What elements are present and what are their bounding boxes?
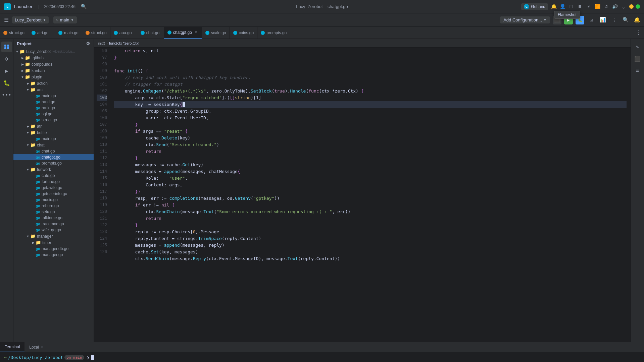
tabs-more-button[interactable]: ⋮ bbox=[633, 29, 644, 36]
tab-coins-go[interactable]: coins.go bbox=[230, 27, 258, 39]
tree-manager-db-go[interactable]: go manager.db.go bbox=[13, 246, 94, 252]
tree-cute-go[interactable]: go cute.go bbox=[13, 173, 94, 179]
tab-aua-go[interactable]: aua.go bbox=[110, 27, 137, 39]
tree-setu-go[interactable]: go setu.go bbox=[13, 209, 94, 215]
tree-getawife-go[interactable]: go getawife.go bbox=[13, 185, 94, 191]
tree-reborn-go[interactable]: go reborn.go bbox=[13, 203, 94, 209]
right-list-icon[interactable]: ≡ bbox=[632, 66, 643, 76]
tree-root[interactable]: ▼ 📁 Lucy_Zerobot ~/Desktop/Lu... bbox=[13, 48, 94, 55]
code-line-104: key := sessionKey{ bbox=[114, 101, 627, 108]
speaker-icon[interactable]: 🔊 bbox=[612, 4, 618, 10]
tree-wife-qq-go[interactable]: go wife_qq.go bbox=[13, 227, 94, 233]
search-top-icon[interactable]: 🔍 bbox=[81, 4, 87, 10]
tree-funwork[interactable]: ▼ 📁 funwork bbox=[13, 166, 94, 173]
code-line-118: resp, err := completions(messages, os.Ge… bbox=[114, 195, 627, 202]
breadcrumb-initfn[interactable]: init() bbox=[98, 41, 105, 45]
grid-icon[interactable]: ⊞ bbox=[577, 4, 583, 10]
minimize-button[interactable] bbox=[629, 4, 634, 9]
tab-chat-go[interactable]: chat.go bbox=[137, 27, 164, 39]
tree-atri-label: atri bbox=[37, 124, 43, 129]
code-container[interactable]: 96979899100 101102103104105 106107108109… bbox=[94, 48, 631, 342]
local-tab[interactable]: Local × bbox=[24, 342, 48, 352]
tree-bottle-main-go[interactable]: go main.go bbox=[13, 136, 94, 142]
wifi-icon[interactable]: 📶 bbox=[594, 4, 600, 10]
branch-selector[interactable]: ⑂ main ▼ bbox=[53, 16, 77, 23]
root-path: ~/Desktop/Lu... bbox=[52, 50, 75, 53]
sidebar-more-icon[interactable]: ••• bbox=[1, 90, 12, 101]
tree-getuserinfo-go[interactable]: go getuserinfo.go bbox=[13, 191, 94, 197]
tree-rand-go[interactable]: go rand.go bbox=[13, 99, 94, 105]
tree-talktome-go[interactable]: go talktome.go bbox=[13, 215, 94, 221]
sidebar-icons: ▶ 🐛 ••• bbox=[0, 39, 13, 342]
project-selector[interactable]: Lucy_Zerobot ▼ bbox=[12, 16, 49, 23]
file-tree-settings[interactable]: ⚙ bbox=[86, 41, 90, 46]
tree-managergo-label: manager.go bbox=[42, 252, 63, 257]
tree-main-go[interactable]: go main.go bbox=[13, 93, 94, 99]
local-tab-close[interactable]: × bbox=[41, 345, 43, 349]
sidebar-project-icon[interactable] bbox=[1, 42, 12, 52]
sidebar-debug-icon[interactable]: 🐛 bbox=[1, 78, 12, 88]
tab-close-chatgpt[interactable]: × bbox=[194, 30, 198, 35]
tree-manager[interactable]: ▼ 📁 manager bbox=[13, 233, 94, 239]
tab-scale-go[interactable]: scale.go bbox=[202, 27, 230, 39]
tree-struct-go[interactable]: go struct.go bbox=[13, 117, 94, 123]
tree-chat-go[interactable]: go chat.go bbox=[13, 148, 94, 154]
right-block-icon[interactable]: ⬛ bbox=[632, 54, 643, 64]
file-tree-header: Project ⚙ bbox=[13, 39, 94, 48]
breadcrumb-func[interactable]: func(ctx *zero.Ctx) bbox=[109, 41, 139, 45]
terminal-cursor bbox=[91, 355, 94, 360]
terminal-tab-label: Terminal bbox=[5, 345, 20, 349]
sidebar-commit-icon[interactable] bbox=[1, 54, 12, 64]
coverage-button[interactable]: ☑ bbox=[587, 16, 596, 24]
bell-icon[interactable]: 🔔 bbox=[551, 4, 557, 10]
compounds-folder-icon: 📁 bbox=[25, 62, 30, 67]
tree-timer[interactable]: ▶ 📁 timer bbox=[13, 239, 94, 246]
branch-name: main bbox=[60, 17, 69, 22]
code-line-105: group: ctx.Event.GroupID, bbox=[114, 108, 627, 115]
tree-action[interactable]: ▶ 📁 action bbox=[13, 80, 94, 86]
tree-arc[interactable]: ▼ 📁 arc bbox=[13, 86, 94, 93]
code-content[interactable]: return v, nil } func init() { // easy an… bbox=[110, 48, 631, 342]
tab-chatgpt-go[interactable]: chatgpt.go × bbox=[164, 27, 202, 39]
bluetooth-icon[interactable]: ⚡ bbox=[586, 4, 592, 10]
tree-atri[interactable]: ▶ 📁 atri bbox=[13, 123, 94, 129]
notifications[interactable]: 🔔 bbox=[633, 16, 641, 24]
tab-struct-go-2[interactable]: struct.go bbox=[82, 27, 110, 39]
hamburger-menu[interactable]: ☰ bbox=[3, 15, 10, 25]
tree-music-go[interactable]: go music.go bbox=[13, 197, 94, 203]
tree-bottle[interactable]: ▼ 📁 bottle bbox=[13, 129, 94, 136]
terminal-content[interactable]: ~ /Desktop/Lucy_Zerobot on main ❯ bbox=[0, 352, 644, 362]
right-pencil-icon[interactable]: ✎ bbox=[632, 42, 643, 52]
tab-prompts-go[interactable]: prompts.go bbox=[257, 27, 290, 39]
run-config-selector[interactable]: Add Configuration... ▼ bbox=[500, 16, 550, 23]
tree-chat[interactable]: ▼ 📁 chat bbox=[13, 142, 94, 148]
tree-kanban[interactable]: ▶ 📁 kanban bbox=[13, 67, 94, 74]
tree-fortune-go[interactable]: go fortune.go bbox=[13, 179, 94, 185]
more-run-options[interactable]: ⋮ bbox=[610, 16, 618, 24]
manager-arrow: ▼ bbox=[26, 235, 30, 238]
maximize-button[interactable] bbox=[636, 4, 640, 9]
display-icon[interactable]: 🖥 bbox=[603, 4, 609, 10]
sqlgo-icon: go bbox=[36, 112, 40, 116]
tab-struct-go-1[interactable]: struct.go bbox=[0, 27, 28, 39]
tree-sql-go[interactable]: go sql.go bbox=[13, 111, 94, 117]
tree-prompts-go[interactable]: go prompts.go bbox=[13, 160, 94, 166]
tab-icon-scale bbox=[205, 31, 209, 35]
tree-chatgpt-go[interactable]: go chatgpt.go bbox=[13, 154, 94, 160]
tree-github[interactable]: ▶ 📁 .github bbox=[13, 55, 94, 61]
sidebar-run-icon[interactable]: ▶ bbox=[1, 66, 12, 76]
tree-compounds[interactable]: ▶ 📁 compounds bbox=[13, 61, 94, 67]
window-icon[interactable]: □ bbox=[568, 4, 574, 10]
tab-main-go[interactable]: main.go bbox=[55, 27, 82, 39]
tree-manager-go[interactable]: go manager.go bbox=[13, 252, 94, 258]
profile-button[interactable]: 📊 bbox=[598, 16, 607, 24]
tree-tracemoe-go[interactable]: go tracemoe.go bbox=[13, 221, 94, 227]
chevron-icon[interactable]: ⌄ bbox=[621, 4, 627, 10]
terminal-tab[interactable]: Terminal bbox=[0, 342, 24, 352]
tab-atri-go[interactable]: atri.go bbox=[28, 27, 55, 39]
user-icon[interactable]: 👤 bbox=[559, 4, 565, 10]
tree-plugin[interactable]: ▼ 📁 plugin bbox=[13, 74, 94, 80]
arc-arrow: ▼ bbox=[26, 88, 30, 92]
tree-rank-go[interactable]: go rank.go bbox=[13, 105, 94, 111]
search-everywhere[interactable]: 🔍 bbox=[621, 16, 630, 24]
